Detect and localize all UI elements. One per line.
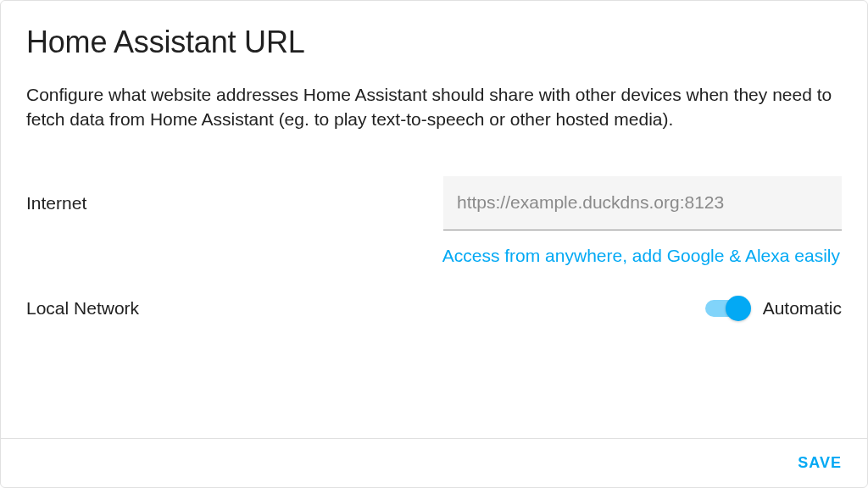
access-link-row: Access from anywhere, add Google & Alexa… (26, 246, 842, 266)
toggle-thumb (726, 296, 751, 321)
automatic-toggle[interactable] (705, 300, 746, 317)
page-description: Configure what website addresses Home As… (26, 82, 842, 132)
card-body: Home Assistant URL Configure what websit… (1, 1, 867, 438)
card-footer: SAVE (1, 438, 867, 487)
page-title: Home Assistant URL (26, 25, 842, 60)
settings-card: Home Assistant URL Configure what websit… (0, 0, 868, 488)
automatic-toggle-wrap: Automatic (705, 298, 842, 319)
local-network-right: Automatic (434, 298, 842, 319)
save-button[interactable]: SAVE (798, 454, 842, 472)
internet-input-wrap (434, 176, 842, 230)
internet-label: Internet (26, 193, 434, 214)
internet-url-input[interactable] (443, 176, 842, 230)
local-network-label: Local Network (26, 298, 434, 319)
local-network-row: Local Network Automatic (26, 298, 842, 319)
internet-row: Internet (26, 176, 842, 230)
access-anywhere-link[interactable]: Access from anywhere, add Google & Alexa… (442, 246, 840, 266)
automatic-toggle-label: Automatic (763, 298, 842, 319)
